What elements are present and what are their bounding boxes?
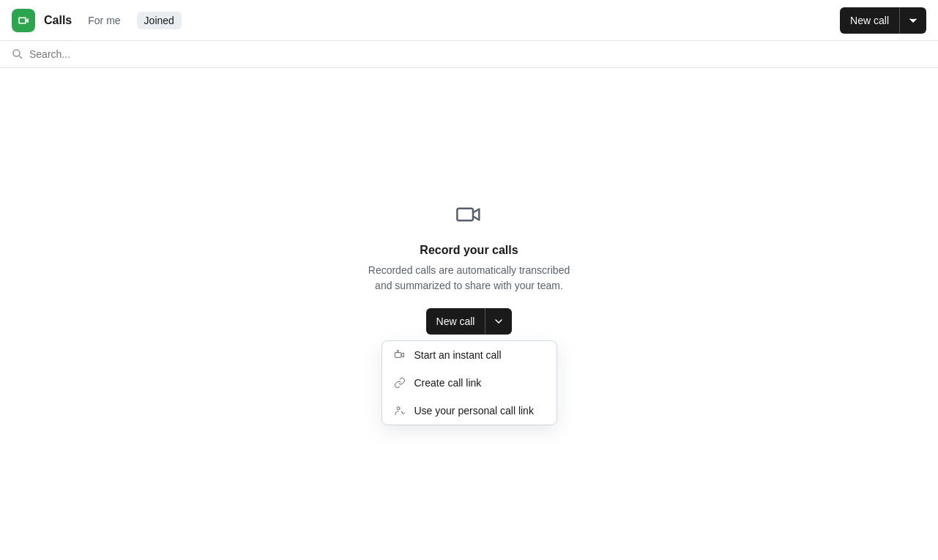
new-call-button-center[interactable]: New call [426, 308, 513, 335]
person-link-icon [394, 404, 407, 417]
app-title: Calls [44, 14, 72, 27]
link-icon [394, 376, 407, 389]
video-camera-icon [17, 14, 30, 27]
dropdown-menu: Start an instant call Create call link [381, 340, 557, 425]
navbar-right: New call [840, 7, 926, 34]
new-call-dropdown-container: New call Start an instant [381, 308, 557, 425]
empty-state-title: Record your calls [420, 244, 518, 257]
chevron-down-icon[interactable] [900, 9, 926, 32]
search-icon [12, 48, 23, 60]
center-chevron-down-icon[interactable] [485, 310, 512, 333]
empty-state-description: Recorded calls are automatically transcr… [368, 263, 570, 294]
navbar: Calls For me Joined New call [0, 0, 938, 41]
svg-point-6 [397, 407, 400, 410]
search-bar [0, 41, 938, 68]
phone-icon [394, 348, 407, 362]
dropdown-item-instant-call[interactable]: Start an instant call [382, 341, 557, 369]
navbar-left: Calls For me Joined [12, 9, 840, 32]
svg-rect-3 [395, 353, 401, 358]
svg-line-1 [19, 56, 22, 59]
new-call-button-header[interactable]: New call [840, 7, 926, 34]
svg-point-0 [13, 50, 20, 56]
app-icon [12, 9, 35, 32]
tab-joined[interactable]: Joined [137, 12, 182, 29]
svg-rect-2 [457, 209, 473, 221]
video-camera-large-icon [455, 200, 484, 232]
dropdown-item-personal-link[interactable]: Use your personal call link [382, 397, 557, 425]
dropdown-item-create-link[interactable]: Create call link [382, 369, 557, 397]
search-input[interactable] [29, 48, 926, 60]
tab-for-me[interactable]: For me [81, 12, 127, 29]
empty-state: Record your calls Recorded calls are aut… [0, 68, 938, 560]
